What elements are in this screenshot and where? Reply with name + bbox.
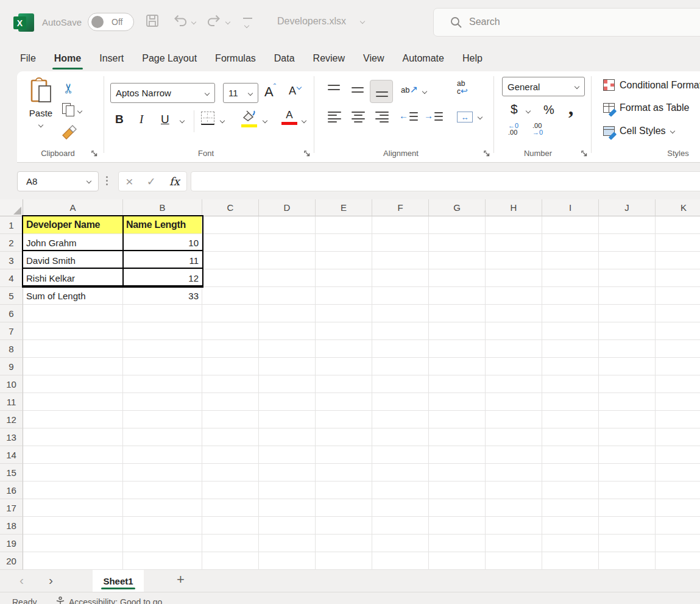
column-header-E[interactable]: E bbox=[316, 199, 372, 216]
cell-A11[interactable] bbox=[23, 393, 123, 411]
font-color-dropdown-icon[interactable] bbox=[302, 118, 306, 123]
cell-E3[interactable] bbox=[316, 252, 372, 269]
cell-I2[interactable] bbox=[542, 234, 599, 252]
cell-J20[interactable] bbox=[599, 552, 656, 570]
cell-B15[interactable] bbox=[123, 464, 202, 481]
format-painter-icon[interactable] bbox=[61, 125, 77, 141]
cell-H19[interactable] bbox=[486, 535, 542, 552]
cell-E20[interactable] bbox=[316, 552, 372, 570]
cell-E17[interactable] bbox=[316, 499, 372, 517]
increase-indent-icon[interactable]: → bbox=[424, 110, 443, 121]
cell-D14[interactable] bbox=[259, 446, 316, 464]
cell-I9[interactable] bbox=[542, 358, 599, 375]
row-header-17[interactable]: 17 bbox=[0, 499, 23, 517]
align-left-icon[interactable] bbox=[328, 112, 341, 123]
cell-J17[interactable] bbox=[599, 499, 656, 517]
cell-D15[interactable] bbox=[259, 464, 316, 481]
cell-K19[interactable] bbox=[656, 535, 700, 552]
cell-E19[interactable] bbox=[316, 535, 372, 552]
cell-G15[interactable] bbox=[429, 464, 486, 481]
cell-I18[interactable] bbox=[542, 517, 599, 535]
cell-I16[interactable] bbox=[542, 481, 599, 499]
cell-J5[interactable] bbox=[599, 287, 656, 305]
row-header-18[interactable]: 18 bbox=[0, 517, 23, 535]
orientation-icon[interactable]: ab↗ bbox=[401, 83, 418, 95]
cell-C20[interactable] bbox=[202, 552, 259, 570]
merge-center-icon[interactable]: ↔ bbox=[457, 112, 473, 123]
redo-icon[interactable] bbox=[206, 13, 222, 28]
cell-F13[interactable] bbox=[372, 428, 429, 446]
cell-K10[interactable] bbox=[656, 375, 700, 393]
cell-I17[interactable] bbox=[542, 499, 599, 517]
cell-C1[interactable] bbox=[202, 216, 259, 234]
column-header-F[interactable]: F bbox=[372, 199, 429, 216]
cell-D1[interactable] bbox=[259, 216, 316, 234]
decrease-font-size-button[interactable]: A bbox=[289, 85, 301, 98]
tab-formulas[interactable]: Formulas bbox=[206, 46, 265, 71]
font-size-combobox[interactable]: 11 bbox=[223, 83, 258, 103]
cell-G13[interactable] bbox=[429, 428, 486, 446]
row-header-10[interactable]: 10 bbox=[0, 375, 23, 393]
row-header-7[interactable]: 7 bbox=[0, 322, 23, 340]
cell-H16[interactable] bbox=[486, 481, 542, 499]
cell-J12[interactable] bbox=[599, 411, 656, 428]
cell-A3[interactable]: David Smith bbox=[23, 252, 123, 269]
cell-C11[interactable] bbox=[202, 393, 259, 411]
cell-E18[interactable] bbox=[316, 517, 372, 535]
formula-bar-grip-icon[interactable] bbox=[106, 176, 108, 185]
cell-J9[interactable] bbox=[599, 358, 656, 375]
cell-K6[interactable] bbox=[656, 305, 700, 322]
cell-F11[interactable] bbox=[372, 393, 429, 411]
cell-H10[interactable] bbox=[486, 375, 542, 393]
cell-E6[interactable] bbox=[316, 305, 372, 322]
cell-H20[interactable] bbox=[486, 552, 542, 570]
align-center-icon[interactable] bbox=[352, 112, 365, 123]
cell-B14[interactable] bbox=[123, 446, 202, 464]
cell-A9[interactable] bbox=[23, 358, 123, 375]
prev-sheet-icon[interactable]: ‹ bbox=[19, 573, 24, 588]
cell-E1[interactable] bbox=[316, 216, 372, 234]
accounting-format-button[interactable]: $ bbox=[511, 102, 518, 116]
font-dialog-launcher-icon[interactable] bbox=[303, 150, 311, 157]
column-header-C[interactable]: C bbox=[202, 199, 259, 216]
clipboard-dialog-launcher-icon[interactable] bbox=[91, 150, 98, 157]
cell-H15[interactable] bbox=[486, 464, 542, 481]
cell-J6[interactable] bbox=[599, 305, 656, 322]
fill-color-button[interactable] bbox=[241, 110, 257, 127]
tab-view[interactable]: View bbox=[354, 46, 393, 71]
cell-E14[interactable] bbox=[316, 446, 372, 464]
cell-J15[interactable] bbox=[599, 464, 656, 481]
cell-D2[interactable] bbox=[259, 234, 316, 252]
cell-C18[interactable] bbox=[202, 517, 259, 535]
cell-H14[interactable] bbox=[486, 446, 542, 464]
cell-D18[interactable] bbox=[259, 517, 316, 535]
cell-C15[interactable] bbox=[202, 464, 259, 481]
cell-D4[interactable] bbox=[259, 269, 316, 287]
decrease-decimal-icon[interactable]: .00 →0 bbox=[532, 123, 543, 136]
cell-C13[interactable] bbox=[202, 428, 259, 446]
cell-A19[interactable] bbox=[23, 535, 123, 552]
cell-J1[interactable] bbox=[599, 216, 656, 234]
cell-B5[interactable]: 33 bbox=[123, 287, 202, 305]
cell-A6[interactable] bbox=[23, 305, 123, 322]
font-color-button[interactable]: A bbox=[281, 109, 297, 125]
cell-A16[interactable] bbox=[23, 481, 123, 499]
cell-K7[interactable] bbox=[656, 322, 700, 340]
cell-E2[interactable] bbox=[316, 234, 372, 252]
cell-J8[interactable] bbox=[599, 340, 656, 358]
accounting-dropdown-icon[interactable] bbox=[526, 108, 531, 113]
column-header-B[interactable]: B bbox=[123, 199, 202, 216]
tab-review[interactable]: Review bbox=[304, 46, 354, 71]
cell-C16[interactable] bbox=[202, 481, 259, 499]
save-icon[interactable] bbox=[145, 13, 160, 28]
cell-B7[interactable] bbox=[123, 322, 202, 340]
cell-C8[interactable] bbox=[202, 340, 259, 358]
cell-B6[interactable] bbox=[123, 305, 202, 322]
cell-J16[interactable] bbox=[599, 481, 656, 499]
cell-J11[interactable] bbox=[599, 393, 656, 411]
cell-J7[interactable] bbox=[599, 322, 656, 340]
cell-D16[interactable] bbox=[259, 481, 316, 499]
cell-J13[interactable] bbox=[599, 428, 656, 446]
cell-G19[interactable] bbox=[429, 535, 486, 552]
cell-E9[interactable] bbox=[316, 358, 372, 375]
